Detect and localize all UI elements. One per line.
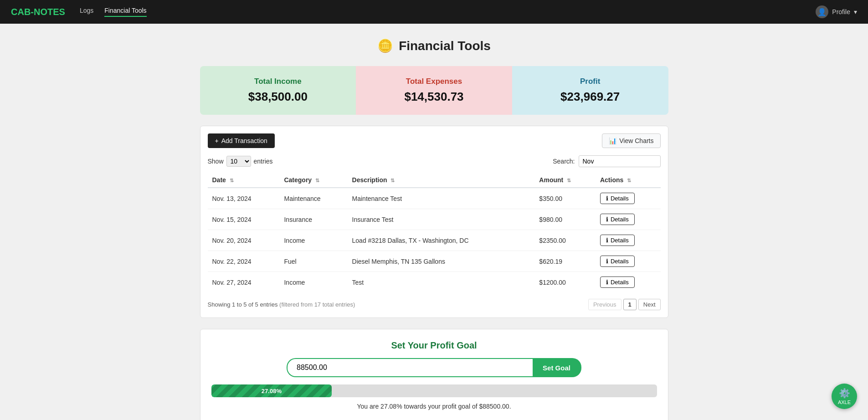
details-button-1[interactable]: ℹ Details [600,214,635,225]
info-icon-3: ℹ [606,258,608,265]
entries-select[interactable]: 10 25 50 100 [226,156,251,167]
progress-pct-label: 27.08% [262,388,282,394]
controls-row: Show 10 25 50 100 entries Search: [208,155,661,167]
card-profit: Profit $23,969.27 [512,66,668,115]
col-amount: Amount ⇅ [534,173,596,188]
details-button-2[interactable]: ℹ Details [600,235,635,246]
profile-menu[interactable]: 👤 Profile ▾ [816,5,857,18]
pagination-controls: Previous 1 Next [588,299,661,310]
goal-input[interactable] [287,358,533,377]
search-row: Search: [553,155,660,167]
cell-amount: $620.19 [534,251,596,272]
nav-link-logs[interactable]: Logs [80,7,93,17]
col-date: Date ⇅ [208,173,280,188]
axle-label: AXLE [838,400,851,405]
cell-amount: $980.00 [534,209,596,230]
cell-date: Nov. 15, 2024 [208,209,280,230]
cell-description: Load #3218 Dallas, TX - Washington, DC [348,230,535,251]
show-entries: Show 10 25 50 100 entries [208,156,273,167]
expenses-label: Total Expenses [365,77,503,86]
search-label: Search: [553,158,575,165]
pagination-row: Showing 1 to 5 of 5 entries (filtered fr… [208,299,661,310]
show-label: Show [208,158,224,165]
main-content: 🪙 Financial Tools Total Income $38,500.0… [193,24,676,420]
progress-bar-container: 27.08% [211,384,657,397]
cell-description: Test [348,272,535,293]
cell-date: Nov. 20, 2024 [208,230,280,251]
nav-link-financial-tools[interactable]: Financial Tools [104,7,146,17]
cell-actions: ℹ Details [596,272,661,293]
profile-icon: 👤 [816,5,828,18]
table-row: Nov. 13, 2024 Maintenance Maintenance Te… [208,188,661,209]
sort-actions-icon: ⇅ [627,178,631,184]
page-title: Financial Tools [399,39,491,53]
cell-amount: $350.00 [534,188,596,209]
col-actions: Actions ⇅ [596,173,661,188]
cell-description: Maintenance Test [348,188,535,209]
pagination-summary: Showing 1 to 5 of 5 entries (filtered fr… [208,301,355,308]
axle-gear-icon: ⚙️ [839,388,850,399]
card-expenses: Total Expenses $14,530.73 [356,66,512,115]
cell-category: Fuel [279,251,347,272]
cell-amount: $2350.00 [534,230,596,251]
sort-desc-icon: ⇅ [390,178,395,184]
profit-goal-section: Set Your Profit Goal Set Goal 27.08% You… [200,329,668,420]
info-icon-1: ℹ [606,216,608,223]
next-button[interactable]: Next [638,299,661,310]
income-label: Total Income [209,77,347,86]
brand-logo[interactable]: CAB-NOTES [11,7,65,17]
view-charts-button[interactable]: 📊 View Charts [602,133,660,148]
info-icon-2: ℹ [606,237,608,244]
table-header-row: Date ⇅ Category ⇅ Description ⇅ Amount ⇅… [208,173,661,188]
profile-label: Profile [832,8,850,15]
navbar: CAB-NOTES Logs Financial Tools 👤 Profile… [0,0,868,24]
cell-category: Income [279,272,347,293]
prev-button[interactable]: Previous [588,299,621,310]
add-transaction-button[interactable]: + Add Transaction [208,133,275,148]
charts-icon: 📊 [609,137,616,144]
cell-date: Nov. 13, 2024 [208,188,280,209]
goal-input-row: Set Goal [211,358,657,377]
set-goal-button[interactable]: Set Goal [533,358,581,377]
view-charts-label: View Charts [619,137,653,144]
card-income: Total Income $38,500.00 [200,66,356,115]
table-row: Nov. 20, 2024 Income Load #3218 Dallas, … [208,230,661,251]
sort-date-icon: ⇅ [230,178,234,184]
table-row: Nov. 22, 2024 Fuel Diesel Memphis, TN 13… [208,251,661,272]
cell-actions: ℹ Details [596,209,661,230]
cell-date: Nov. 22, 2024 [208,251,280,272]
profit-goal-title: Set Your Profit Goal [211,340,657,351]
table-body: Nov. 13, 2024 Maintenance Maintenance Te… [208,188,661,292]
cell-category: Maintenance [279,188,347,209]
add-icon: + [215,137,219,144]
cell-actions: ℹ Details [596,251,661,272]
axle-button[interactable]: ⚙️ AXLE [832,384,857,409]
nav-links: Logs Financial Tools [80,7,816,17]
info-icon-4: ℹ [606,279,608,286]
expenses-value: $14,530.73 [365,90,503,104]
pagination-summary-text: Showing 1 to 5 of 5 entries [208,301,278,308]
details-button-3[interactable]: ℹ Details [600,256,635,267]
add-transaction-label: Add Transaction [221,137,267,144]
cell-amount: $1200.00 [534,272,596,293]
page-title-row: 🪙 Financial Tools [200,38,668,53]
info-icon-0: ℹ [606,195,608,202]
summary-cards: Total Income $38,500.00 Total Expenses $… [200,66,668,115]
details-button-0[interactable]: ℹ Details [600,193,635,204]
col-description: Description ⇅ [348,173,535,188]
cell-date: Nov. 27, 2024 [208,272,280,293]
table-row: Nov. 15, 2024 Insurance Insurance Test $… [208,209,661,230]
page-title-icon: 🪙 [377,38,393,53]
profile-chevron: ▾ [854,8,857,15]
table-row: Nov. 27, 2024 Income Test $1200.00 ℹ Det… [208,272,661,293]
cell-category: Insurance [279,209,347,230]
col-category: Category ⇅ [279,173,347,188]
sort-cat-icon: ⇅ [315,178,319,184]
details-button-4[interactable]: ℹ Details [600,277,635,288]
search-input[interactable] [579,155,661,167]
cell-actions: ℹ Details [596,188,661,209]
page-1-button[interactable]: 1 [623,299,637,310]
pagination-filter-note: (filtered from 17 total entries) [279,301,355,308]
sort-amount-icon: ⇅ [567,178,571,184]
cell-actions: ℹ Details [596,230,661,251]
